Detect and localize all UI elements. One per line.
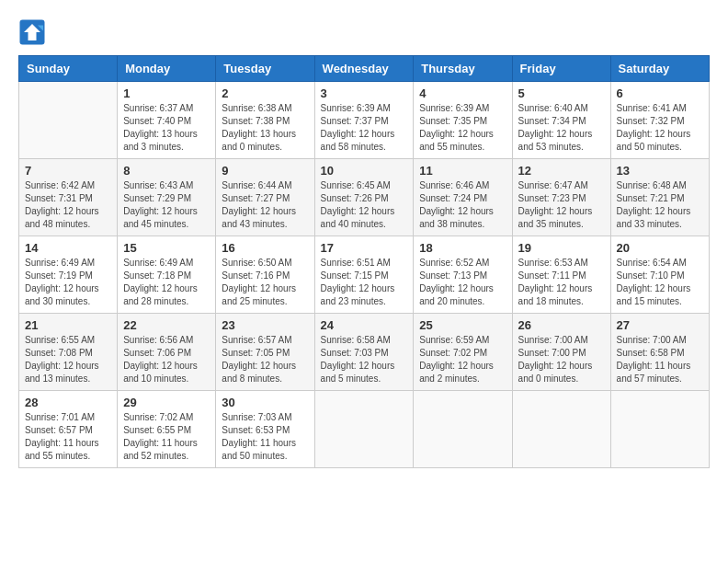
day-number: 23 (222, 318, 308, 332)
page-header (18, 18, 710, 46)
day-number: 27 (617, 318, 703, 332)
calendar-week-row: 7Sunrise: 6:42 AMSunset: 7:31 PMDaylight… (19, 159, 710, 236)
day-info: Sunrise: 6:49 AMSunset: 7:19 PMDaylight:… (25, 257, 111, 308)
calendar-cell: 14Sunrise: 6:49 AMSunset: 7:19 PMDayligh… (19, 236, 118, 314)
column-header-sunday: Sunday (19, 56, 118, 82)
day-number: 11 (419, 164, 506, 178)
day-number: 5 (518, 86, 605, 100)
day-info: Sunrise: 6:59 AMSunset: 7:02 PMDaylight:… (419, 334, 506, 385)
calendar-cell: 20Sunrise: 6:54 AMSunset: 7:10 PMDayligh… (610, 236, 709, 314)
day-number: 9 (222, 164, 308, 178)
calendar-cell: 15Sunrise: 6:49 AMSunset: 7:18 PMDayligh… (118, 236, 216, 314)
day-info: Sunrise: 6:50 AMSunset: 7:16 PMDaylight:… (222, 257, 308, 308)
day-number: 14 (25, 241, 111, 255)
day-number: 28 (25, 396, 111, 409)
calendar-cell: 1Sunrise: 6:37 AMSunset: 7:40 PMDaylight… (118, 82, 216, 159)
day-info: Sunrise: 6:40 AMSunset: 7:34 PMDaylight:… (518, 102, 605, 154)
day-info: Sunrise: 6:56 AMSunset: 7:06 PMDaylight:… (123, 334, 210, 385)
day-number: 10 (321, 164, 408, 178)
calendar-cell: 4Sunrise: 6:39 AMSunset: 7:35 PMDaylight… (414, 82, 512, 159)
day-info: Sunrise: 6:42 AMSunset: 7:31 PMDaylight:… (25, 179, 111, 231)
calendar-cell: 9Sunrise: 6:44 AMSunset: 7:27 PMDaylight… (216, 159, 314, 236)
day-info: Sunrise: 6:52 AMSunset: 7:13 PMDaylight:… (419, 257, 506, 308)
day-info: Sunrise: 7:02 AMSunset: 6:55 PMDaylight:… (123, 411, 210, 463)
calendar-week-row: 21Sunrise: 6:55 AMSunset: 7:08 PMDayligh… (19, 314, 710, 391)
day-number: 18 (419, 241, 506, 255)
calendar-cell: 23Sunrise: 6:57 AMSunset: 7:05 PMDayligh… (216, 314, 314, 391)
day-number: 26 (518, 318, 605, 332)
day-info: Sunrise: 6:38 AMSunset: 7:38 PMDaylight:… (222, 102, 308, 154)
day-info: Sunrise: 6:44 AMSunset: 7:27 PMDaylight:… (222, 179, 308, 231)
day-number: 13 (617, 164, 703, 178)
calendar-cell: 17Sunrise: 6:51 AMSunset: 7:15 PMDayligh… (314, 236, 414, 314)
day-number: 15 (123, 241, 210, 255)
day-info: Sunrise: 6:47 AMSunset: 7:23 PMDaylight:… (518, 179, 605, 231)
day-info: Sunrise: 6:39 AMSunset: 7:35 PMDaylight:… (419, 102, 506, 154)
day-number: 6 (617, 86, 703, 100)
day-info: Sunrise: 7:03 AMSunset: 6:53 PMDaylight:… (222, 411, 308, 463)
day-info: Sunrise: 7:00 AMSunset: 7:00 PMDaylight:… (518, 334, 605, 385)
day-number: 24 (321, 318, 408, 332)
calendar-header-row: SundayMondayTuesdayWednesdayThursdayFrid… (19, 56, 710, 82)
calendar-cell: 16Sunrise: 6:50 AMSunset: 7:16 PMDayligh… (216, 236, 314, 314)
calendar-cell: 10Sunrise: 6:45 AMSunset: 7:26 PMDayligh… (314, 159, 414, 236)
day-number: 25 (419, 318, 506, 332)
calendar-cell: 13Sunrise: 6:48 AMSunset: 7:21 PMDayligh… (610, 159, 709, 236)
calendar-week-row: 28Sunrise: 7:01 AMSunset: 6:57 PMDayligh… (19, 391, 710, 468)
day-info: Sunrise: 6:39 AMSunset: 7:37 PMDaylight:… (321, 102, 408, 154)
calendar-cell: 12Sunrise: 6:47 AMSunset: 7:23 PMDayligh… (512, 159, 610, 236)
calendar-cell: 8Sunrise: 6:43 AMSunset: 7:29 PMDaylight… (118, 159, 216, 236)
calendar-cell: 29Sunrise: 7:02 AMSunset: 6:55 PMDayligh… (118, 391, 216, 468)
calendar-cell (512, 391, 610, 468)
calendar-cell: 7Sunrise: 6:42 AMSunset: 7:31 PMDaylight… (19, 159, 118, 236)
calendar-cell (610, 391, 709, 468)
calendar-cell: 22Sunrise: 6:56 AMSunset: 7:06 PMDayligh… (118, 314, 216, 391)
day-info: Sunrise: 6:37 AMSunset: 7:40 PMDaylight:… (123, 102, 210, 154)
calendar: SundayMondayTuesdayWednesdayThursdayFrid… (18, 55, 710, 468)
day-number: 20 (617, 241, 703, 255)
column-header-saturday: Saturday (610, 56, 709, 82)
calendar-cell: 28Sunrise: 7:01 AMSunset: 6:57 PMDayligh… (19, 391, 118, 468)
day-number: 1 (123, 86, 210, 100)
column-header-monday: Monday (118, 56, 216, 82)
logo (18, 18, 50, 46)
calendar-cell: 18Sunrise: 6:52 AMSunset: 7:13 PMDayligh… (414, 236, 512, 314)
day-info: Sunrise: 7:01 AMSunset: 6:57 PMDaylight:… (25, 411, 111, 463)
day-number: 22 (123, 318, 210, 332)
calendar-cell (414, 391, 512, 468)
calendar-cell: 3Sunrise: 6:39 AMSunset: 7:37 PMDaylight… (314, 82, 414, 159)
day-number: 3 (321, 86, 408, 100)
calendar-cell: 2Sunrise: 6:38 AMSunset: 7:38 PMDaylight… (216, 82, 314, 159)
day-number: 7 (25, 164, 111, 178)
day-info: Sunrise: 6:57 AMSunset: 7:05 PMDaylight:… (222, 334, 308, 385)
day-info: Sunrise: 7:00 AMSunset: 6:58 PMDaylight:… (617, 334, 703, 385)
day-info: Sunrise: 6:55 AMSunset: 7:08 PMDaylight:… (25, 334, 111, 385)
column-header-tuesday: Tuesday (216, 56, 314, 82)
day-info: Sunrise: 6:49 AMSunset: 7:18 PMDaylight:… (123, 257, 210, 308)
day-number: 2 (222, 86, 308, 100)
day-number: 17 (321, 241, 408, 255)
day-info: Sunrise: 6:45 AMSunset: 7:26 PMDaylight:… (321, 179, 408, 231)
calendar-cell: 6Sunrise: 6:41 AMSunset: 7:32 PMDaylight… (610, 82, 709, 159)
calendar-cell: 19Sunrise: 6:53 AMSunset: 7:11 PMDayligh… (512, 236, 610, 314)
day-number: 19 (518, 241, 605, 255)
calendar-cell: 27Sunrise: 7:00 AMSunset: 6:58 PMDayligh… (610, 314, 709, 391)
day-number: 16 (222, 241, 308, 255)
day-info: Sunrise: 6:53 AMSunset: 7:11 PMDaylight:… (518, 257, 605, 308)
day-number: 8 (123, 164, 210, 178)
calendar-week-row: 14Sunrise: 6:49 AMSunset: 7:19 PMDayligh… (19, 236, 710, 314)
calendar-cell: 30Sunrise: 7:03 AMSunset: 6:53 PMDayligh… (216, 391, 314, 468)
day-info: Sunrise: 6:43 AMSunset: 7:29 PMDaylight:… (123, 179, 210, 231)
day-info: Sunrise: 6:41 AMSunset: 7:32 PMDaylight:… (617, 102, 703, 154)
day-info: Sunrise: 6:48 AMSunset: 7:21 PMDaylight:… (617, 179, 703, 231)
calendar-cell (19, 82, 118, 159)
logo-icon (18, 18, 46, 46)
day-number: 29 (123, 396, 210, 409)
day-number: 4 (419, 86, 506, 100)
day-number: 30 (222, 396, 308, 409)
column-header-wednesday: Wednesday (314, 56, 414, 82)
day-info: Sunrise: 6:58 AMSunset: 7:03 PMDaylight:… (321, 334, 408, 385)
day-info: Sunrise: 6:51 AMSunset: 7:15 PMDaylight:… (321, 257, 408, 308)
calendar-cell: 24Sunrise: 6:58 AMSunset: 7:03 PMDayligh… (314, 314, 414, 391)
calendar-cell: 21Sunrise: 6:55 AMSunset: 7:08 PMDayligh… (19, 314, 118, 391)
